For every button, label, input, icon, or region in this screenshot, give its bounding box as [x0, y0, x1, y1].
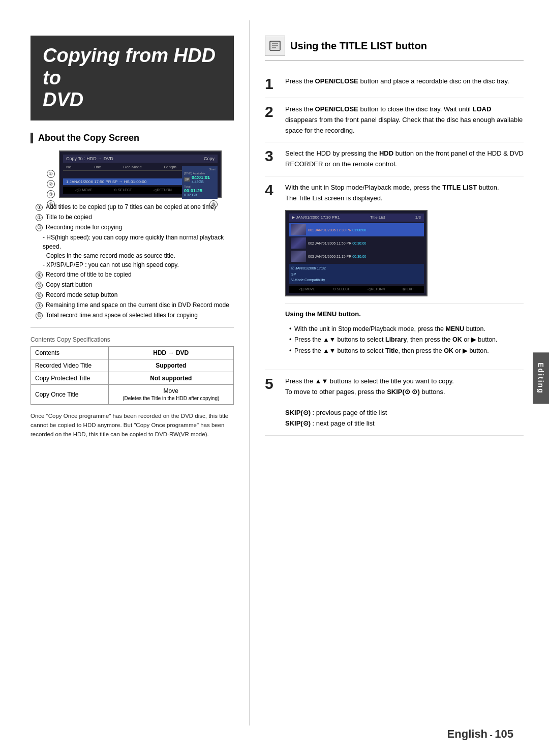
page-number: English - 105	[447, 728, 513, 741]
tl-nav: ◁⊡ MOVE ⊙ SELECT ◁ RETURN ⊠ EXIT	[289, 286, 424, 293]
copy-screen-image: Copy To : HDD → DVD Copy No Title Rec.Mo…	[59, 150, 222, 198]
dvd-available: [DVD] Available SP 04:01:01 4.49GB	[184, 172, 216, 184]
menu-item-1: With the unit in Stop mode/Playback mode…	[289, 324, 524, 335]
copy-screen-diagram: ① ② ③ ④ ⑤ ⑥ ⑦ ⑧ Copy To : HDD → DVD Copy…	[46, 150, 219, 198]
step-4: 4 With the unit in Stop mode/Playback mo…	[265, 176, 524, 370]
page-title: Copying from HDD to DVD	[43, 45, 222, 111]
specs-col-hdd-dvd: HDD → DVD	[108, 347, 233, 359]
page-title-block: Copying from HDD to DVD	[30, 36, 234, 120]
legend-item-2: ② Title to be copied	[36, 213, 234, 222]
specs-row-copy-once: Copy Once Title Move(Deletes the Title i…	[31, 385, 234, 405]
editing-tab: Editing	[533, 352, 549, 404]
menu-item-2: Press the ▲▼ buttons to select Library, …	[289, 335, 524, 345]
total-section: Total 00:01:25 0.32 GB	[184, 185, 216, 197]
ann-2: ②	[47, 180, 55, 188]
tl-side-info: ☑ JAN/01/2006 17:32 SP V-Mode Compatibil…	[289, 264, 424, 284]
step-3: 3 Select the HDD by pressing the HDD but…	[265, 142, 524, 176]
step-2: 2 Press the OPEN/CLOSE button to close t…	[265, 98, 524, 142]
annotation-legend: ① Add titles to be copied (up to 7 title…	[30, 203, 234, 319]
right-column: Using the TITLE LIST button 1 Press the …	[249, 20, 549, 725]
specs-row-recorded: Recorded Video Title Supported	[31, 359, 234, 372]
title-list-heading: Using the TITLE LIST button	[290, 40, 427, 52]
copy-screen-section-heading: About the Copy Screen	[30, 133, 234, 143]
tl-row-1: 001 JAN/01/2006 17:30 PR 01:00:00	[289, 223, 424, 236]
specs-col-contents: Contents	[31, 347, 109, 359]
legend-item-3a: - HS(high speed): you can copy more quic…	[36, 233, 234, 269]
legend-item-1: ① Add titles to be copied (up to 7 title…	[36, 203, 234, 211]
divider-1	[30, 327, 234, 328]
title-list-section-heading: Using the TITLE LIST button	[265, 36, 524, 61]
specs-row-copy-protected: Copy Protected Title Not supported	[31, 372, 234, 385]
copy-screen-heading: About the Copy Screen	[38, 133, 139, 143]
menu-item-3: Press the ▲▼ buttons to select Title, th…	[289, 346, 524, 356]
ann-3: ③	[47, 190, 55, 198]
step-1: 1 Press the OPEN/CLOSE button and place …	[265, 70, 524, 98]
title-list-icon	[265, 36, 285, 56]
menu-list: With the unit in Stop mode/Playback mode…	[285, 324, 524, 356]
menu-section-title: Using the MENU button.	[285, 309, 524, 320]
title-list-screen-diagram: ▶ JAN/01/2006 17:30 PR1 Title List 1/3 0…	[285, 210, 428, 297]
specs-label: Contents Copy Specifications	[30, 336, 234, 343]
legend-item-6: ⑥ Record mode setup button	[36, 291, 234, 299]
list-icon	[269, 40, 281, 52]
legend-item-3: ③ Recording mode for copying	[36, 223, 234, 232]
legend-item-8: ⑧ Total record time and space of selecte…	[36, 311, 234, 320]
copy-screen-right-panel: Start [DVD] Available SP 04:01:01 4.49GB	[182, 166, 218, 199]
specs-header-row: Contents HDD → DVD	[31, 347, 234, 359]
tl-row-2: 002 JAN/01/2006 11:50 PR 00:30:00	[289, 236, 424, 250]
ann-4: ④	[47, 200, 55, 208]
step-5: 5 Press the ▲▼ buttons to select the tit…	[265, 370, 524, 436]
legend-item-5: ⑤ Copy start button	[36, 281, 234, 289]
copy-screen-body: Add a list 1 JAN/01/2006 17:50 PR SP → H…	[63, 171, 218, 185]
menu-section: Using the MENU button. With the unit in …	[285, 304, 524, 356]
footnote: Once "Copy Once programme" has been reco…	[30, 412, 234, 439]
ann-8: ⑧	[209, 200, 218, 208]
specs-table: Contents HDD → DVD Recorded Video Title …	[30, 346, 234, 405]
copy-screen-header: Copy To : HDD → DVD Copy	[63, 155, 218, 163]
ann-1: ①	[47, 170, 55, 178]
tl-row-3: 003 JAN/01/2006 21:15 PR 00:30:00	[289, 250, 424, 263]
legend-item-7: ⑦ Remaining time and space on the curren…	[36, 301, 234, 310]
legend-item-4: ④ Record time of title to be copied	[36, 270, 234, 279]
left-column: Copying from HDD to DVD About the Copy S…	[0, 20, 249, 725]
